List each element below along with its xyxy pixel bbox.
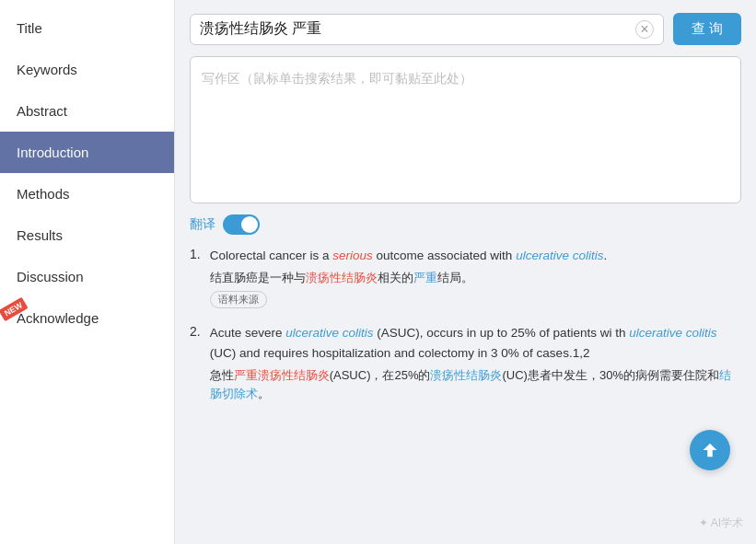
sidebar-item-label: Abstract [17, 103, 67, 119]
result-zh-text: 急性严重溃疡性结肠炎(ASUC)，在25%的溃疡性结肠炎(UC)患者中发生，30… [210, 366, 741, 405]
result-en-highlight: ulcerative colitis [516, 249, 603, 262]
sidebar-item-label: Keywords [17, 62, 77, 77]
sidebar-item-discussion[interactable]: Discussion [0, 256, 174, 297]
result-zh-highlight: 溃疡性结肠炎 [430, 368, 502, 382]
translate-row: 翻译 [190, 214, 741, 235]
sidebar-item-methods[interactable]: Methods [0, 173, 174, 214]
result-item-2: 2.Acute severe ulcerative colitis (ASUC)… [190, 323, 741, 404]
results-list: 1.Colorectal cancer is a serious outcome… [190, 246, 741, 404]
sidebar-item-acknowledge[interactable]: NEWAcknowledge [0, 297, 174, 339]
result-content: Acute severe ulcerative colitis (ASUC), … [210, 323, 741, 404]
result-en-highlight: ulcerative colitis [285, 326, 373, 340]
sidebar-item-title[interactable]: Title [0, 7, 174, 49]
sidebar-item-label: Results [17, 227, 63, 243]
writing-area[interactable]: 写作区（鼠标单击搜索结果，即可黏贴至此处） [190, 56, 741, 203]
sidebar: TitleKeywordsAbstractIntroductionMethods… [0, 0, 175, 544]
sidebar-item-introduction[interactable]: Introduction [0, 132, 174, 173]
result-zh-highlight: 严重溃疡性结肠炎 [234, 368, 330, 382]
sidebar-item-label: Discussion [17, 269, 84, 284]
sidebar-item-label: Introduction [17, 145, 88, 160]
search-input[interactable] [200, 21, 635, 38]
sidebar-item-label: Title [17, 20, 42, 36]
translate-toggle[interactable] [223, 214, 260, 235]
result-en-text: Colorectal cancer is a serious outcome a… [210, 246, 741, 266]
scroll-up-button[interactable] [690, 430, 730, 470]
translate-label: 翻译 [190, 216, 215, 233]
result-en-highlight: serious [332, 249, 373, 262]
source-badge[interactable]: 语料来源 [210, 291, 267, 308]
result-number: 1. [190, 246, 201, 308]
search-bar: × 查 询 [190, 13, 741, 45]
sidebar-item-label: Methods [17, 186, 70, 202]
result-zh-text: 结直肠癌是一种与溃疡性结肠炎相关的严重结局。 [210, 269, 741, 288]
sidebar-item-label: Acknowledge [17, 310, 99, 326]
sidebar-item-abstract[interactable]: Abstract [0, 90, 174, 132]
search-input-wrapper: × [190, 14, 664, 45]
sidebar-item-results[interactable]: Results [0, 214, 174, 256]
result-zh-highlight: 溃疡性结肠炎 [306, 271, 378, 284]
result-zh-highlight: 严重 [413, 271, 437, 284]
result-en-text: Acute severe ulcerative colitis (ASUC), … [210, 323, 741, 363]
result-item-1: 1.Colorectal cancer is a serious outcome… [190, 246, 741, 308]
clear-button[interactable]: × [635, 20, 654, 39]
sidebar-item-keywords[interactable]: Keywords [0, 49, 174, 90]
main-content: × 查 询 写作区（鼠标单击搜索结果，即可黏贴至此处） 翻译 1.Colorec… [175, 0, 756, 544]
result-number: 2. [190, 323, 201, 404]
result-content: Colorectal cancer is a serious outcome a… [210, 246, 741, 308]
result-en-highlight: ulcerative colitis [629, 326, 716, 340]
query-button[interactable]: 查 询 [673, 13, 741, 45]
